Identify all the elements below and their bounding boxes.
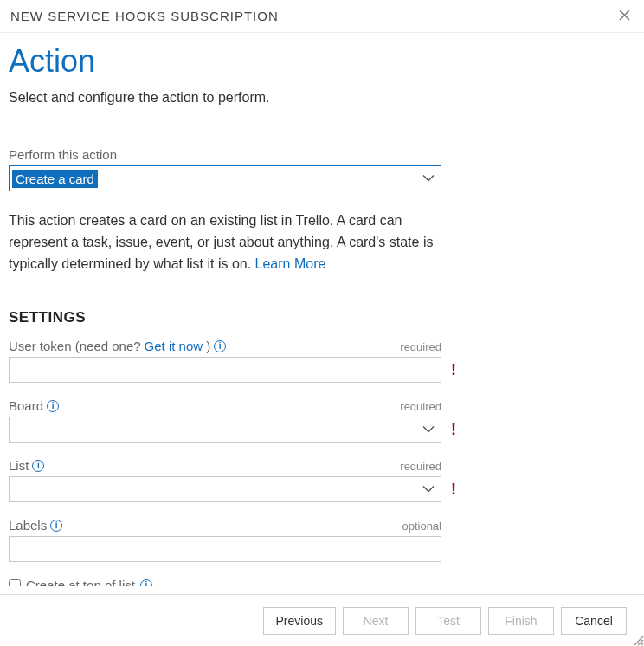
create-top-row: Create at top of list i bbox=[9, 578, 634, 586]
get-token-link[interactable]: Get it now bbox=[145, 339, 203, 353]
list-select[interactable] bbox=[9, 476, 441, 502]
close-icon[interactable] bbox=[615, 7, 634, 25]
info-icon[interactable]: i bbox=[32, 460, 44, 472]
cancel-button[interactable]: Cancel bbox=[561, 607, 627, 635]
board-label-text: Board bbox=[9, 398, 43, 413]
labels-row: Labels i optional bbox=[9, 518, 441, 562]
dialog-title: NEW SERVICE HOOKS SUBSCRIPTION bbox=[10, 9, 279, 23]
labels-label-text: Labels bbox=[9, 518, 47, 533]
action-select-value: Create a card bbox=[12, 170, 98, 188]
dialog-header: NEW SERVICE HOOKS SUBSCRIPTION bbox=[0, 0, 644, 32]
action-description: This action creates a card on an existin… bbox=[9, 210, 459, 275]
learn-more-link[interactable]: Learn More bbox=[255, 256, 326, 271]
action-select-label: Perform this action bbox=[9, 147, 634, 162]
action-description-text: This action creates a card on an existin… bbox=[9, 213, 433, 271]
info-icon[interactable]: i bbox=[140, 579, 152, 586]
user-token-row: User token (need one? Get it now) i requ… bbox=[9, 339, 441, 383]
finish-button[interactable]: Finish bbox=[488, 607, 554, 635]
board-label: Board i bbox=[9, 398, 59, 413]
dialog-footer: Previous Next Test Finish Cancel bbox=[0, 594, 644, 646]
info-icon[interactable]: i bbox=[50, 520, 62, 532]
page-title: Action bbox=[9, 43, 634, 80]
user-token-label-post: ) bbox=[206, 339, 210, 353]
board-required-tag: required bbox=[400, 400, 441, 413]
user-token-label: User token (need one? Get it now) i bbox=[9, 339, 226, 353]
previous-button[interactable]: Previous bbox=[263, 607, 336, 635]
error-icon: ! bbox=[451, 421, 456, 439]
error-icon: ! bbox=[451, 361, 456, 379]
content-scroll[interactable]: Action Select and configure the action t… bbox=[0, 32, 644, 586]
resize-handle-icon[interactable] bbox=[630, 632, 644, 646]
test-button[interactable]: Test bbox=[415, 607, 481, 635]
list-label: List i bbox=[9, 458, 44, 473]
user-token-input[interactable] bbox=[9, 357, 441, 383]
user-token-required-tag: required bbox=[400, 340, 441, 353]
user-token-label-pre: User token (need one? bbox=[9, 339, 141, 353]
board-row: Board i required ! bbox=[9, 398, 441, 443]
action-select[interactable]: Create a card bbox=[9, 165, 441, 191]
info-icon[interactable]: i bbox=[47, 400, 59, 412]
error-icon: ! bbox=[451, 481, 456, 499]
settings-heading: SETTINGS bbox=[9, 309, 634, 326]
info-icon[interactable]: i bbox=[214, 340, 226, 352]
next-button[interactable]: Next bbox=[343, 607, 409, 635]
list-label-text: List bbox=[9, 458, 29, 473]
list-row: List i required ! bbox=[9, 458, 441, 502]
create-top-checkbox[interactable] bbox=[9, 579, 21, 586]
labels-label: Labels i bbox=[9, 518, 62, 533]
labels-input[interactable] bbox=[9, 536, 441, 562]
create-top-label: Create at top of list bbox=[26, 578, 135, 586]
page-subtitle: Select and configure the action to perfo… bbox=[9, 90, 634, 106]
list-required-tag: required bbox=[400, 460, 441, 473]
labels-optional-tag: optional bbox=[402, 520, 441, 533]
board-select[interactable] bbox=[9, 417, 441, 443]
